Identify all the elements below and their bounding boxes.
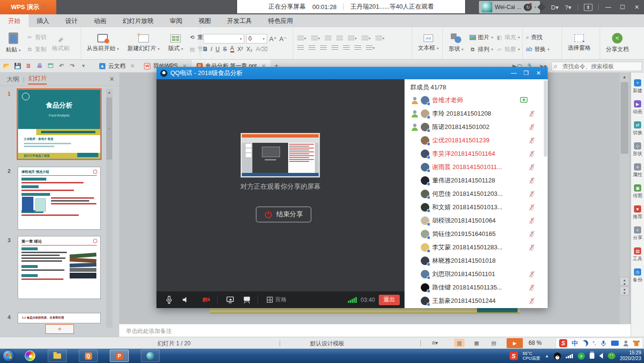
wps-app-menu-button[interactable]: WPS 演示 ▼ bbox=[0, 0, 56, 14]
play-from-current-button[interactable]: 从当前开始 ▾ bbox=[84, 30, 122, 57]
increase-indent-icon[interactable] bbox=[335, 35, 344, 42]
member-row[interactable]: 董伟进2018141501128 bbox=[405, 174, 548, 187]
sidebar-item[interactable]: 属性 bbox=[633, 163, 643, 178]
member-row[interactable]: 谢雨晨 2018141501011... bbox=[405, 160, 548, 174]
volume-icon[interactable] bbox=[599, 353, 603, 359]
new-slide-button[interactable]: 新建幻灯片 ▾ bbox=[125, 30, 162, 57]
slide-thumbnail-2[interactable]: 课程相关 情况介绍 bbox=[18, 167, 100, 229]
member-row[interactable]: 王新豪2018141501244 bbox=[405, 294, 548, 308]
redo-icon[interactable]: ↷ bbox=[68, 62, 77, 70]
member-row[interactable]: 简钰佳2019151640165 bbox=[405, 227, 548, 241]
font-color-button[interactable]: A bbox=[230, 46, 234, 53]
paragraph-spacing-icon[interactable]: ▾ bbox=[365, 45, 376, 51]
qq-close-button[interactable]: ✕ bbox=[532, 67, 545, 79]
textbox-button[interactable]: A≡ 文本框 ▾ bbox=[415, 30, 441, 57]
keyboard-icon[interactable] bbox=[611, 341, 619, 346]
start-button[interactable] bbox=[2, 350, 15, 362]
ribbon-tab[interactable]: 审阅 bbox=[162, 14, 190, 27]
line-spacing-icon[interactable] bbox=[353, 45, 362, 51]
sogou-logo-icon[interactable]: S bbox=[559, 339, 567, 347]
camera-off-icon[interactable] bbox=[202, 296, 210, 304]
shapes-button[interactable]: 形状 ▾ bbox=[446, 30, 466, 57]
member-row[interactable]: 李昊洋2018141501164 bbox=[405, 147, 548, 160]
community-icon[interactable] bbox=[538, 3, 545, 11]
docer-icon[interactable]: D▾ bbox=[551, 3, 559, 11]
sidebar-item[interactable]: 分享 bbox=[633, 226, 643, 241]
export-pdf-icon[interactable]: 🗎 bbox=[24, 62, 33, 70]
sidebar-item[interactable]: 工具 bbox=[633, 247, 643, 262]
grid-view-icon[interactable]: 宫格 bbox=[267, 296, 287, 304]
clock[interactable]: 15:292020/2/23 bbox=[620, 350, 642, 362]
strikethrough-button[interactable]: S bbox=[223, 46, 227, 53]
picture-button[interactable]: 图片 ▾ bbox=[469, 33, 493, 42]
ribbon-tab[interactable]: 动画 bbox=[86, 14, 114, 27]
decrease-indent-icon[interactable] bbox=[324, 35, 332, 42]
sidebar-item[interactable]: 动画 bbox=[633, 100, 643, 115]
speaker-icon[interactable] bbox=[182, 296, 190, 304]
reading-view-button[interactable]: ▤ bbox=[488, 339, 499, 347]
character-spacing-icon[interactable]: ▾ bbox=[374, 35, 385, 42]
tab-slides[interactable]: 幻灯片 bbox=[28, 74, 47, 85]
tab-outline[interactable]: 大纲 bbox=[7, 75, 19, 84]
text-direction-icon[interactable]: ▾ bbox=[347, 35, 358, 42]
sync-icon[interactable]: ↻ bbox=[524, 3, 532, 11]
ribbon-tab[interactable]: 设计 bbox=[57, 14, 86, 27]
taskbar-browser-button[interactable] bbox=[141, 350, 160, 362]
sidebar-item[interactable]: 备份 bbox=[633, 268, 643, 283]
slide-thumbnail-1[interactable]: 食品分析 Food Analysis 主讲教师：曾维才 教授 四川大学食品工程系 bbox=[18, 90, 100, 159]
antivirus-tray-icon[interactable]: ＋ bbox=[578, 352, 585, 360]
slideshow-play-button[interactable]: ▶ bbox=[507, 338, 523, 348]
layout-button[interactable]: 版式 ▾ bbox=[166, 30, 186, 57]
whiteboard-icon[interactable] bbox=[243, 296, 251, 304]
punctuation-icon[interactable]: °, bbox=[592, 341, 596, 346]
sidebar-item[interactable]: 传图 bbox=[633, 184, 643, 199]
qq-minimize-button[interactable]: — bbox=[508, 67, 520, 79]
increase-font-icon[interactable]: A⁺ bbox=[269, 35, 277, 43]
notes-toggle-icon[interactable]: ≡▾ bbox=[432, 340, 438, 346]
font-size-select[interactable]: 0▾ bbox=[246, 34, 267, 43]
skin-person-icon[interactable] bbox=[623, 341, 629, 346]
notes-area[interactable]: 单击此处添加备注 bbox=[119, 324, 631, 337]
command-search-input[interactable] bbox=[551, 62, 642, 71]
qq-tray-icon[interactable] bbox=[554, 352, 561, 360]
subscript-button[interactable]: X₂ bbox=[247, 46, 253, 53]
text-border-icon[interactable]: ▾ bbox=[361, 35, 372, 42]
member-row[interactable]: 何思佳 2018141501203... bbox=[405, 187, 548, 201]
decrease-font-icon[interactable]: A⁻ bbox=[279, 35, 287, 43]
power-plug-icon[interactable] bbox=[590, 353, 594, 359]
paste-button[interactable]: 粘贴 ▾ bbox=[3, 30, 23, 57]
italic-button[interactable]: I bbox=[210, 46, 212, 53]
underline-button[interactable]: U bbox=[216, 46, 220, 53]
maximize-button[interactable]: ☐ bbox=[615, 0, 630, 14]
ribbon-tab[interactable]: 开发工具 bbox=[219, 14, 260, 27]
microphone-icon[interactable] bbox=[165, 296, 173, 304]
taskbar-wps-button[interactable]: P bbox=[110, 350, 129, 362]
tray-expand-icon[interactable]: ▲ bbox=[545, 354, 549, 358]
save-icon[interactable]: 💾 bbox=[13, 62, 22, 70]
align-center-icon[interactable] bbox=[308, 45, 316, 51]
slide-sorter-view-button[interactable]: ▦ bbox=[471, 339, 482, 347]
fill-button[interactable]: ◧ 填充 ▾ bbox=[496, 33, 520, 42]
member-scrollbar[interactable] bbox=[544, 80, 547, 157]
upload-icon[interactable]: ⬆ bbox=[584, 4, 592, 11]
sidebar-item[interactable]: 新建 bbox=[633, 79, 643, 94]
ribbon-tab[interactable]: 视图 bbox=[190, 14, 219, 27]
member-row[interactable]: 尘优2018141501239 bbox=[405, 134, 548, 147]
numbering-icon[interactable]: ▾ bbox=[310, 35, 321, 42]
end-share-button[interactable]: 结束分享 bbox=[256, 206, 312, 223]
help-icon[interactable]: ?▾ bbox=[564, 3, 572, 11]
share-screen-icon[interactable] bbox=[226, 296, 234, 304]
close-panel-icon[interactable]: ✕ bbox=[109, 75, 114, 83]
chinese-mode-icon[interactable]: 中 bbox=[571, 339, 578, 348]
open-icon[interactable]: 📂 bbox=[2, 62, 11, 70]
ribbon-tab[interactable]: 开始 bbox=[0, 14, 29, 27]
ribbon-tab[interactable]: 特色应用 bbox=[260, 14, 301, 27]
justify-icon[interactable] bbox=[331, 45, 339, 51]
exit-call-button[interactable]: 退出 bbox=[379, 295, 400, 305]
bold-button[interactable]: B bbox=[203, 46, 208, 53]
replace-button[interactable]: ab 替换 ▾ bbox=[526, 45, 549, 53]
scrollbar-thumb[interactable]: ≡ bbox=[106, 97, 112, 160]
selection-pane-button[interactable]: 选择窗格 bbox=[565, 30, 593, 57]
superscript-button[interactable]: X² bbox=[238, 46, 243, 53]
network-signal-icon[interactable] bbox=[566, 354, 573, 358]
